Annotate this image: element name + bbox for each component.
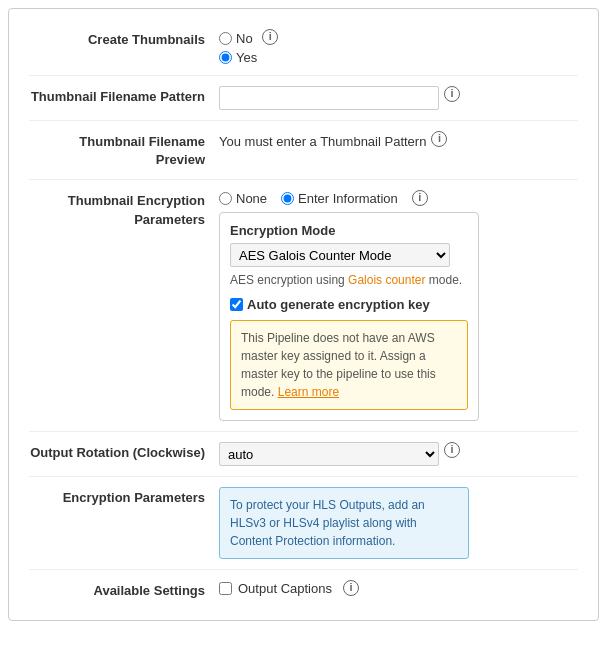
- output-rotation-info-icon[interactable]: i: [444, 442, 460, 458]
- create-thumbnails-row: Create Thumbnails No Yes i: [29, 19, 578, 76]
- create-thumbnails-label: Create Thumbnails: [29, 29, 219, 49]
- encryption-mode-label: Encryption Mode: [230, 223, 468, 238]
- encryption-parameters-field: To protect your HLS Outputs, add an HLSv…: [219, 487, 578, 559]
- learn-more-link[interactable]: Learn more: [278, 385, 339, 399]
- create-thumbnails-radio-group: No Yes: [219, 29, 257, 65]
- create-thumbnails-field: No Yes i: [219, 29, 578, 65]
- thumbnail-filename-preview-label: Thumbnail Filename Preview: [29, 131, 219, 169]
- thumbnail-encryption-row: Thumbnail Encryption Parameters None Ent…: [29, 180, 578, 432]
- encryption-parameters-text: To protect your HLS Outputs, add an HLSv…: [230, 498, 425, 548]
- auto-generate-row: Auto generate encryption key: [230, 297, 468, 312]
- output-rotation-label: Output Rotation (Clockwise): [29, 442, 219, 462]
- thumbnail-filename-preview-message: You must enter a Thumbnail Pattern: [219, 131, 426, 149]
- settings-form: Create Thumbnails No Yes i Thumbnail Fil…: [8, 8, 599, 621]
- warning-box: This Pipeline does not have an AWS maste…: [230, 320, 468, 410]
- encryption-none-label: None: [236, 191, 267, 206]
- create-thumbnails-yes-radio[interactable]: [219, 51, 232, 64]
- encryption-none-option[interactable]: None: [219, 191, 267, 206]
- rotation-select-wrap: auto i: [219, 442, 460, 466]
- create-thumbnails-yes-label: Yes: [236, 50, 257, 65]
- output-captions-row: Output Captions i: [219, 580, 359, 596]
- encryption-radio-row: None Enter Information i: [219, 190, 578, 206]
- thumbnail-filename-pattern-input[interactable]: [219, 86, 439, 110]
- output-captions-checkbox[interactable]: [219, 582, 232, 595]
- output-rotation-row: Output Rotation (Clockwise) auto i: [29, 432, 578, 477]
- enc-desc-text2: mode.: [425, 273, 462, 287]
- encryption-parameters-label: Encryption Parameters: [29, 487, 219, 507]
- encryption-box: Encryption Mode AES Galois Counter Mode …: [219, 212, 479, 421]
- encryption-mode-select[interactable]: AES Galois Counter Mode: [230, 243, 450, 267]
- filename-pattern-input-wrap: i: [219, 86, 460, 110]
- auto-generate-checkbox[interactable]: [230, 298, 243, 311]
- thumbnail-encryption-label: Thumbnail Encryption Parameters: [29, 190, 219, 228]
- encryption-params-section: None Enter Information i Encryption Mode…: [219, 190, 578, 421]
- thumbnail-filename-pattern-row: Thumbnail Filename Pattern i: [29, 76, 578, 121]
- create-thumbnails-no-label: No: [236, 31, 253, 46]
- output-rotation-field: auto i: [219, 442, 578, 466]
- encryption-mode-description: AES encryption using Galois counter mode…: [230, 272, 468, 289]
- output-rotation-select[interactable]: auto: [219, 442, 439, 466]
- thumbnail-filename-preview-info-icon[interactable]: i: [431, 131, 447, 147]
- create-thumbnails-info-icon[interactable]: i: [262, 29, 278, 45]
- encryption-parameters-info-box: To protect your HLS Outputs, add an HLSv…: [219, 487, 469, 559]
- encryption-enter-radio[interactable]: [281, 192, 294, 205]
- create-thumbnails-no-radio[interactable]: [219, 32, 232, 45]
- enc-desc-text: AES encryption using: [230, 273, 348, 287]
- enc-desc-highlight: Galois counter: [348, 273, 425, 287]
- thumbnail-filename-pattern-info-icon[interactable]: i: [444, 86, 460, 102]
- thumbnail-filename-preview-field: You must enter a Thumbnail Pattern i: [219, 131, 578, 149]
- output-captions-label: Output Captions: [238, 581, 332, 596]
- create-thumbnails-no[interactable]: No: [219, 31, 257, 46]
- encryption-params-info-icon[interactable]: i: [412, 190, 428, 206]
- available-settings-row: Available Settings Output Captions i: [29, 570, 578, 610]
- encryption-enter-option[interactable]: Enter Information: [281, 191, 398, 206]
- available-settings-label: Available Settings: [29, 580, 219, 600]
- available-settings-field: Output Captions i: [219, 580, 578, 596]
- auto-generate-label: Auto generate encryption key: [247, 297, 430, 312]
- thumbnail-encryption-field: None Enter Information i Encryption Mode…: [219, 190, 578, 421]
- output-captions-info-icon[interactable]: i: [343, 580, 359, 596]
- thumbnail-filename-pattern-label: Thumbnail Filename Pattern: [29, 86, 219, 106]
- encryption-parameters-row: Encryption Parameters To protect your HL…: [29, 477, 578, 570]
- thumbnail-filename-preview-row: Thumbnail Filename Preview You must ente…: [29, 121, 578, 180]
- encryption-none-radio[interactable]: [219, 192, 232, 205]
- create-thumbnails-yes[interactable]: Yes: [219, 50, 257, 65]
- thumbnail-filename-pattern-field: i: [219, 86, 578, 110]
- encryption-enter-label: Enter Information: [298, 191, 398, 206]
